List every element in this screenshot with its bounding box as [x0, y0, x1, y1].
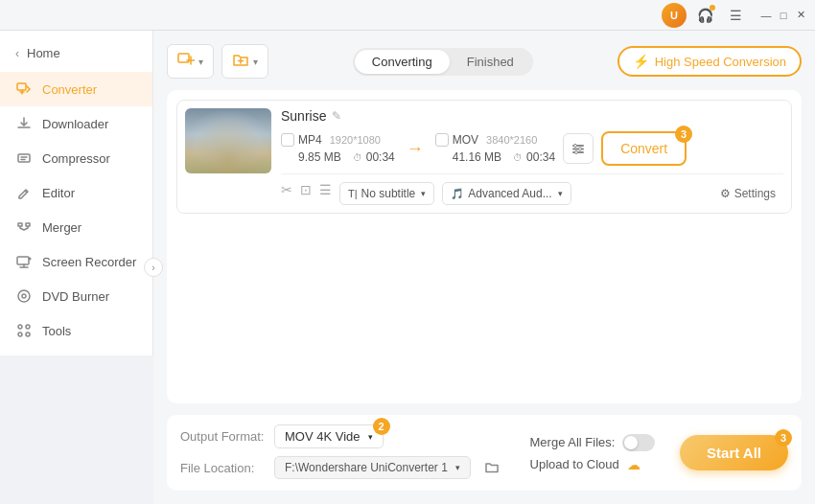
- list-icon[interactable]: ☰: [319, 182, 332, 205]
- start-all-badge: 3: [775, 429, 792, 447]
- svg-point-16: [575, 151, 578, 154]
- minimize-button[interactable]: —: [759, 9, 773, 22]
- sidebar-item-compressor[interactable]: Compressor: [0, 141, 152, 175]
- svg-point-6: [18, 325, 22, 329]
- svg-point-8: [18, 332, 22, 336]
- close-button[interactable]: ✕: [794, 9, 807, 22]
- sidebar-home[interactable]: ‹ Home: [0, 38, 152, 72]
- subtitle-label: No subtitle: [361, 187, 416, 200]
- audio-arrow: ▾: [558, 189, 563, 198]
- bolt-icon: ⚡: [633, 54, 649, 69]
- sidebar-item-tools[interactable]: Tools: [0, 313, 152, 348]
- compressor-icon: [15, 149, 33, 167]
- main-content: ▾ ▾ Converting Finished ⚡: [153, 31, 815, 504]
- toolbar-left: ▾ ▾: [167, 44, 268, 79]
- tab-finished[interactable]: Finished: [450, 50, 531, 74]
- source-format-check[interactable]: [281, 133, 294, 147]
- start-all-button[interactable]: Start All: [680, 435, 788, 470]
- convert-btn-col: Convert 3: [563, 131, 687, 166]
- edit-icon[interactable]: ✎: [332, 109, 341, 123]
- downloader-icon: [15, 115, 33, 132]
- back-arrow-icon: ‹: [15, 47, 19, 60]
- browse-folder-button[interactable]: [478, 454, 505, 481]
- titlebar: U 🎧 ☰ — □ ✕: [0, 0, 815, 31]
- merger-icon: [15, 218, 33, 236]
- source-format-row: MP4 1920*1080: [281, 133, 395, 147]
- tools-icon: [15, 322, 33, 339]
- home-label: Home: [27, 46, 60, 60]
- settings-label: Settings: [734, 187, 776, 200]
- sidebar-item-screen-recorder[interactable]: Screen Recorder: [0, 244, 152, 279]
- user-avatar[interactable]: U: [662, 3, 687, 28]
- option-selects: ✂ ⊡ ☰ T| No subtitle ▾ 🎵 Advanced Aud...: [281, 182, 571, 205]
- target-resolution: 3840*2160: [486, 134, 537, 146]
- dvd-burner-icon: [15, 287, 33, 305]
- settings-gear-icon: ⚙: [720, 187, 731, 200]
- convert-arrow-icon: →: [407, 139, 424, 159]
- sidebar-collapse-button[interactable]: ›: [144, 258, 163, 277]
- sidebar-item-label: DVD Burner: [42, 289, 109, 304]
- tab-converting[interactable]: Converting: [355, 50, 450, 74]
- svg-point-4: [18, 290, 30, 302]
- subtitle-arrow: ▾: [421, 189, 426, 198]
- sidebar-item-editor[interactable]: Editor: [0, 175, 152, 210]
- add-folder-button[interactable]: ▾: [221, 44, 268, 79]
- add-file-icon: [177, 51, 195, 72]
- add-file-button[interactable]: ▾: [167, 44, 214, 79]
- trim-icon[interactable]: ✂: [281, 182, 292, 205]
- thumbnail-image: [185, 108, 271, 173]
- format-arrow: ▾: [368, 432, 373, 442]
- subtitle-select[interactable]: T| No subtitle ▾: [339, 182, 434, 205]
- sidebar-item-label: Converter: [42, 82, 97, 97]
- convert-button[interactable]: Convert: [601, 131, 687, 166]
- source-duration: 00:34: [366, 150, 395, 164]
- output-format-badge: 2: [373, 418, 390, 435]
- svg-rect-1: [18, 154, 30, 162]
- target-size-row: 41.16 MB ⏱ 00:34: [435, 150, 555, 164]
- merge-toggle[interactable]: [622, 434, 655, 451]
- source-size-check: [281, 150, 294, 164]
- add-folder-icon: [232, 51, 249, 72]
- output-format-select[interactable]: MOV 4K Vide ▾ 2: [274, 424, 384, 448]
- maximize-button[interactable]: □: [777, 9, 790, 22]
- bottom-left: Output Format: MOV 4K Vide ▾ 2 File Loca…: [180, 424, 505, 481]
- subtitle-icon[interactable]: ⊡: [300, 182, 312, 205]
- file-meta: MP4 1920*1080 9.85 MB ⏱ 00:34: [281, 131, 783, 166]
- location-arrow: ▾: [455, 463, 460, 472]
- sidebar-item-downloader[interactable]: Downloader: [0, 106, 152, 141]
- file-location-select[interactable]: F:\Wondershare UniConverter 1 ▾: [274, 456, 471, 479]
- window-controls: — □ ✕: [759, 9, 807, 22]
- target-size: 41.16 MB: [453, 150, 501, 164]
- target-format-check[interactable]: [435, 133, 449, 147]
- file-options-row: ✂ ⊡ ☰ T| No subtitle ▾ 🎵 Advanced Aud...: [281, 173, 783, 205]
- menu-icon[interactable]: ☰: [723, 3, 748, 28]
- clock-icon: ⏱: [353, 152, 362, 163]
- svg-point-14: [574, 145, 577, 148]
- bottom-bar: Output Format: MOV 4K Vide ▾ 2 File Loca…: [167, 415, 802, 491]
- sidebar-item-dvd-burner[interactable]: DVD Burner: [0, 279, 152, 313]
- cloud-row: Upload to Cloud ☁: [530, 457, 656, 472]
- source-format: MP4: [298, 133, 322, 147]
- high-speed-button[interactable]: ⚡ High Speed Conversion: [617, 46, 802, 77]
- output-format-label: Output Format:: [180, 429, 267, 444]
- settings-row-button[interactable]: ⚙ Settings: [712, 183, 783, 204]
- titlebar-icons: U 🎧 ☰: [662, 3, 748, 28]
- file-name: Sunrise: [281, 108, 326, 124]
- file-location-label: File Location:: [180, 461, 267, 475]
- file-location-row: File Location: F:\Wondershare UniConvert…: [180, 454, 505, 481]
- file-settings-icon[interactable]: [563, 133, 594, 164]
- output-format-row: Output Format: MOV 4K Vide ▾ 2: [180, 424, 505, 448]
- audio-select[interactable]: 🎵 Advanced Aud... ▾: [442, 182, 570, 205]
- high-speed-label: High Speed Conversion: [655, 55, 786, 69]
- cloud-icon[interactable]: ☁: [627, 457, 640, 472]
- sidebar-item-converter[interactable]: Converter: [0, 72, 152, 106]
- file-item: Sunrise ✎ MP4 1920*1080: [176, 100, 792, 214]
- convert-btn-wrapper: Convert 3: [601, 131, 687, 166]
- app-layout: ‹ Home Converter: [0, 31, 815, 504]
- add-file-arrow: ▾: [198, 57, 203, 67]
- source-size-row: 9.85 MB ⏱ 00:34: [281, 150, 395, 164]
- headset-icon[interactable]: 🎧: [692, 3, 717, 28]
- sidebar-item-label: Downloader: [42, 117, 108, 131]
- sidebar-item-merger[interactable]: Merger: [0, 210, 152, 244]
- sidebar-item-label: Compressor: [42, 151, 110, 166]
